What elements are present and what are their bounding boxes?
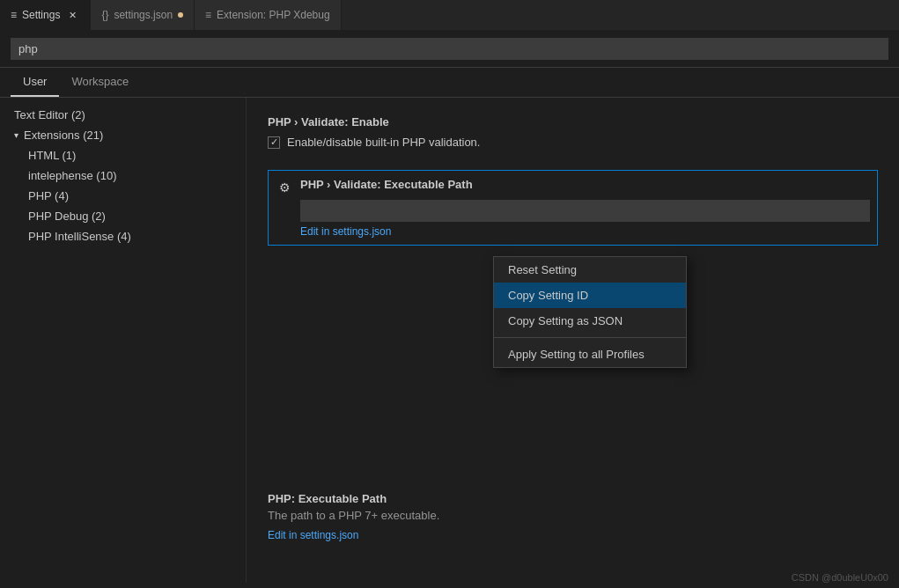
context-menu-separator — [494, 337, 686, 338]
php-intellisense-label: PHP IntelliSense (4) — [28, 230, 131, 243]
php-xdebug-tab-label: Extension: PHP Xdebug — [217, 9, 330, 21]
setting-validate-enable-prefix: PHP › Validate: — [268, 115, 351, 129]
tab-bar: ≡ Settings ✕ {} settings.json ≡ Extensio… — [0, 0, 899, 31]
settings-json-tab-label: settings.json — [114, 9, 173, 21]
setting-php-executable-bold: Executable Path — [298, 492, 387, 505]
content-area: PHP › Validate: Enable Enable/disable bu… — [247, 98, 899, 583]
sidebar-item-php-debug[interactable]: PHP Debug (2) — [0, 206, 246, 226]
setting-validate-enable-bold: Enable — [351, 115, 389, 129]
setting-validate-enable: PHP › Validate: Enable Enable/disable bu… — [268, 115, 878, 149]
extensions-chevron: ▾ — [14, 130, 18, 140]
setting-executable-bold: Executable Path — [384, 178, 472, 191]
setting-validate-enable-title: PHP › Validate: Enable — [268, 115, 878, 129]
validate-enable-text: Enable/disable built-in PHP validation. — [287, 136, 480, 149]
php-label: PHP (4) — [28, 189, 69, 202]
settings-json-tab-icon: {} — [101, 9, 108, 21]
sidebar-item-php[interactable]: PHP (4) — [0, 186, 246, 206]
settings-tab-bar: User Workspace — [0, 68, 899, 98]
context-menu-copy-json[interactable]: Copy Setting as JSON — [494, 308, 686, 334]
validate-enable-checkbox[interactable] — [268, 136, 280, 149]
setting-row-content: PHP › Validate: Executable Path Edit in … — [300, 178, 870, 238]
edit-settings-json-link2[interactable]: Edit in settings.json — [268, 529, 358, 541]
setting-php-executable-title: PHP: Executable Path — [268, 492, 878, 505]
main-layout: Text Editor (2) ▾ Extensions (21) HTML (… — [0, 98, 899, 583]
tab-user[interactable]: User — [11, 68, 59, 97]
intelephense-label: intelephense (10) — [28, 169, 116, 182]
setting-php-executable: PHP: Executable Path The path to a PHP 7… — [268, 492, 878, 541]
setting-php-executable-prefix: PHP: — [268, 492, 298, 505]
tab-settings-json[interactable]: {} settings.json — [91, 0, 195, 30]
context-menu: Reset Setting Copy Setting ID Copy Setti… — [493, 256, 687, 368]
context-menu-reset[interactable]: Reset Setting — [494, 257, 686, 283]
text-editor-label: Text Editor (2) — [14, 108, 85, 121]
search-bar — [0, 31, 899, 68]
extensions-label: Extensions (21) — [24, 129, 103, 142]
settings-tab-label: Settings — [22, 9, 60, 21]
tab-settings[interactable]: ≡ Settings ✕ — [0, 0, 91, 30]
settings-tab-icon: ≡ — [11, 9, 17, 21]
sidebar-item-extensions[interactable]: ▾ Extensions (21) — [0, 125, 246, 145]
settings-tab-close[interactable]: ✕ — [65, 8, 79, 22]
setting-php-executable-desc: The path to a PHP 7+ executable. — [268, 509, 878, 522]
tab-workspace[interactable]: Workspace — [59, 68, 141, 97]
sidebar-item-html[interactable]: HTML (1) — [0, 145, 246, 165]
sidebar-item-php-intellisense[interactable]: PHP IntelliSense (4) — [0, 226, 246, 246]
php-debug-label: PHP Debug (2) — [28, 209, 106, 223]
html-label: HTML (1) — [28, 149, 76, 162]
edit-settings-json-link[interactable]: Edit in settings.json — [300, 225, 391, 238]
tab-php-xdebug[interactable]: ≡ Extension: PHP Xdebug — [195, 0, 342, 30]
context-menu-apply-profiles[interactable]: Apply Setting to all Profiles — [494, 342, 686, 367]
modified-dot — [178, 12, 183, 18]
sidebar-item-text-editor[interactable]: Text Editor (2) — [0, 105, 246, 125]
sidebar-item-intelephense[interactable]: intelephense (10) — [0, 165, 246, 186]
context-menu-copy-id[interactable]: Copy Setting ID — [494, 283, 686, 308]
search-input[interactable] — [11, 38, 888, 60]
gear-icon[interactable]: ⚙ — [276, 179, 293, 196]
php-xdebug-tab-icon: ≡ — [205, 9, 211, 21]
watermark: CSDN @d0ubleU0x00 — [792, 572, 888, 583]
setting-validate-enable-desc: Enable/disable built-in PHP validation. — [268, 136, 878, 149]
executable-path-input[interactable] — [300, 200, 870, 222]
setting-executable-prefix: PHP › Validate: — [300, 178, 384, 191]
setting-executable-title: PHP › Validate: Executable Path — [300, 178, 870, 191]
sidebar: Text Editor (2) ▾ Extensions (21) HTML (… — [0, 98, 247, 583]
setting-executable-path-row: ⚙ PHP › Validate: Executable Path Edit i… — [268, 170, 878, 246]
